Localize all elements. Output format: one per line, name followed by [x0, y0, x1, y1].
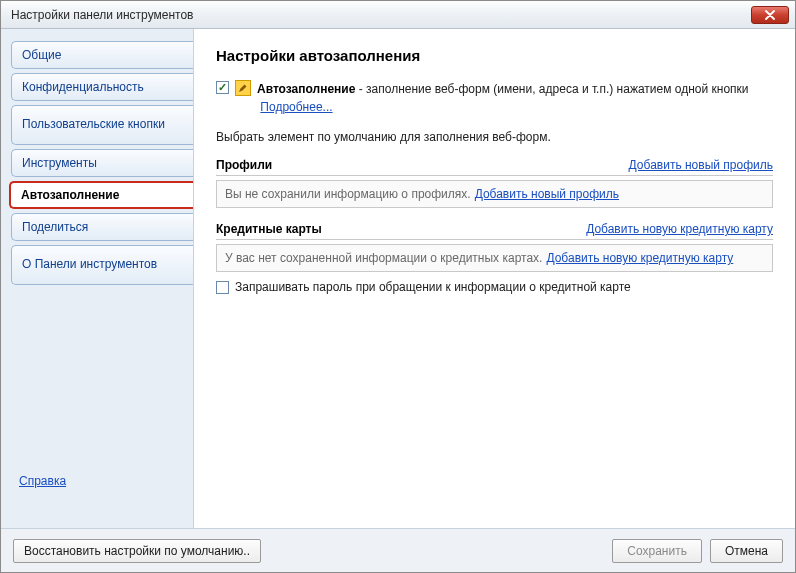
- sidebar-item-label: О Панели инструментов: [22, 258, 157, 272]
- window-body: Общие Конфиденциальность Пользовательски…: [1, 29, 795, 528]
- sidebar: Общие Конфиденциальность Пользовательски…: [1, 29, 193, 528]
- button-label: Восстановить настройки по умолчанию..: [24, 544, 250, 558]
- close-icon: [765, 10, 775, 20]
- sidebar-item-privacy[interactable]: Конфиденциальность: [11, 73, 193, 101]
- cards-label: Кредитные карты: [216, 222, 322, 236]
- profiles-empty-text: Вы не сохранили информацию о профилях.: [225, 187, 471, 201]
- cancel-button[interactable]: Отмена: [710, 539, 783, 563]
- profiles-section-header: Профили Добавить новый профиль: [216, 158, 773, 176]
- autofill-description: Автозаполнение - заполнение веб-форм (им…: [257, 80, 773, 116]
- page-title: Настройки автозаполнения: [216, 47, 773, 64]
- sidebar-item-tools[interactable]: Инструменты: [11, 149, 193, 177]
- save-button[interactable]: Сохранить: [612, 539, 702, 563]
- sidebar-item-label: Инструменты: [22, 156, 97, 170]
- sidebar-item-label: Пользовательские кнопки: [22, 118, 165, 132]
- sidebar-item-label: Общие: [22, 48, 61, 62]
- sidebar-nav: Общие Конфиденциальность Пользовательски…: [1, 39, 193, 287]
- profiles-empty-box: Вы не сохранили информацию о профилях. Д…: [216, 180, 773, 208]
- restore-defaults-button[interactable]: Восстановить настройки по умолчанию..: [13, 539, 261, 563]
- cards-section-header: Кредитные карты Добавить новую кредитную…: [216, 222, 773, 240]
- content-pane: Настройки автозаполнения Автозаполнение …: [193, 29, 795, 528]
- autofill-checkbox[interactable]: [216, 81, 229, 94]
- sidebar-item-label: Конфиденциальность: [22, 80, 144, 94]
- titlebar: Настройки панели инструментов: [1, 1, 795, 29]
- select-default-text: Выбрать элемент по умолчанию для заполне…: [216, 130, 773, 144]
- dialog-footer: Восстановить настройки по умолчанию.. Со…: [1, 528, 795, 572]
- add-profile-link[interactable]: Добавить новый профиль: [629, 158, 773, 172]
- cards-empty-box: У вас нет сохраненной информации о креди…: [216, 244, 773, 272]
- ask-password-row: Запрашивать пароль при обращении к инфор…: [216, 280, 773, 294]
- learn-more-link[interactable]: Подробнее...: [260, 100, 332, 114]
- add-card-link[interactable]: Добавить новую кредитную карту: [586, 222, 773, 236]
- sidebar-item-custom-buttons[interactable]: Пользовательские кнопки: [11, 105, 193, 145]
- autofill-desc-tail: - заполнение веб-форм (имени, адреса и т…: [355, 82, 748, 96]
- ask-password-label: Запрашивать пароль при обращении к инфор…: [235, 280, 631, 294]
- sidebar-item-share[interactable]: Поделиться: [11, 213, 193, 241]
- settings-window: Настройки панели инструментов Общие Конф…: [0, 0, 796, 573]
- sidebar-item-autofill[interactable]: Автозаполнение: [9, 181, 193, 209]
- cards-empty-add-link[interactable]: Добавить новую кредитную карту: [546, 251, 733, 265]
- sidebar-item-general[interactable]: Общие: [11, 41, 193, 69]
- sidebar-item-about[interactable]: О Панели инструментов: [11, 245, 193, 285]
- profiles-label: Профили: [216, 158, 272, 172]
- ask-password-checkbox[interactable]: [216, 281, 229, 294]
- button-label: Отмена: [725, 544, 768, 558]
- sidebar-item-label: Поделиться: [22, 220, 88, 234]
- autofill-name: Автозаполнение: [257, 82, 355, 96]
- close-button[interactable]: [751, 6, 789, 24]
- button-label: Сохранить: [627, 544, 687, 558]
- cards-empty-text: У вас нет сохраненной информации о креди…: [225, 251, 542, 265]
- profiles-empty-add-link[interactable]: Добавить новый профиль: [475, 187, 619, 201]
- pencil-icon: [235, 80, 251, 96]
- window-title: Настройки панели инструментов: [11, 8, 751, 22]
- sidebar-item-label: Автозаполнение: [21, 188, 119, 202]
- help-link[interactable]: Справка: [19, 474, 193, 488]
- autofill-setting-row: Автозаполнение - заполнение веб-форм (им…: [216, 80, 773, 116]
